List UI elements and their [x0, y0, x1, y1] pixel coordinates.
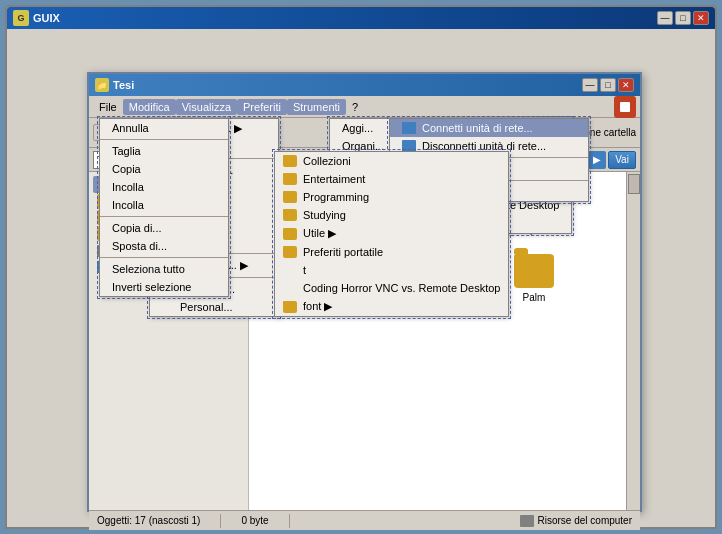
- file-label: Palm: [523, 292, 546, 304]
- modifica-inverti[interactable]: Inverti selezione: [100, 278, 228, 296]
- status-separator: [220, 514, 221, 528]
- explorer-close-button[interactable]: ✕: [618, 78, 634, 92]
- os-title-text: GUIX: [33, 12, 657, 24]
- folm-programming[interactable]: Programming: [275, 188, 508, 206]
- folder-icon: [283, 301, 297, 313]
- modifica-incolla[interactable]: Incolla: [100, 178, 228, 196]
- modifica-taglia[interactable]: Taglia: [100, 142, 228, 160]
- modifica-sposta-di[interactable]: Sposta di...: [100, 237, 228, 255]
- folm-preferiti-portatile[interactable]: Preferiti portatile: [275, 243, 508, 261]
- explorer-window-controls: — □ ✕: [582, 78, 634, 92]
- menu-help[interactable]: ?: [346, 99, 364, 115]
- folder-icon: [283, 228, 297, 240]
- folm-t[interactable]: t: [275, 261, 508, 279]
- menu-preferiti[interactable]: Preferiti: [237, 99, 287, 115]
- os-title-icon: G: [13, 10, 29, 26]
- modifica-incolla2[interactable]: Incolla: [100, 196, 228, 214]
- visualizza-personalizza[interactable]: Personal...: [150, 298, 278, 316]
- os-window-controls: — □ ✕: [657, 11, 709, 25]
- folm-entertaiment[interactable]: Entertaiment: [275, 170, 508, 188]
- menu-strumenti[interactable]: Strumenti: [287, 99, 346, 115]
- link-icon: [283, 282, 297, 294]
- modifica-copia[interactable]: Copia: [100, 160, 228, 178]
- address-go-area: ▶ Vai: [588, 151, 636, 169]
- explorer-title-icon: 📁: [95, 78, 109, 92]
- folm-utile[interactable]: Utile ▶: [275, 224, 508, 243]
- folder-icon-large: [514, 254, 554, 288]
- folder-icon: [283, 209, 297, 221]
- modifica-sep: [100, 139, 228, 140]
- explorer-title-text: Tesi: [113, 79, 582, 91]
- status-computer-label: Risorse del computer: [538, 515, 632, 526]
- strumenti-connetti[interactable]: Connetti unità di rete...: [390, 119, 588, 137]
- os-window: G GUIX — □ ✕ 📁 Tesi — □ ✕ File Modifica …: [5, 5, 717, 529]
- menu-file[interactable]: File: [93, 99, 123, 115]
- vertical-scrollbar[interactable]: [626, 172, 640, 510]
- go-button[interactable]: Vai: [608, 151, 636, 169]
- folm-studying[interactable]: Studying: [275, 206, 508, 224]
- explorer-window: 📁 Tesi — □ ✕ File Modifica Visualizza Pr…: [87, 72, 642, 512]
- explorer-titlebar: 📁 Tesi — □ ✕: [89, 74, 640, 96]
- menu-bar: File Modifica Visualizza Preferiti Strum…: [89, 96, 640, 118]
- folder-submenu: Collezioni Entertaiment Programming Stud…: [274, 151, 509, 317]
- file-item-palm[interactable]: Palm: [499, 250, 569, 308]
- folder-icon: [283, 173, 297, 185]
- folder-icon: [283, 246, 297, 258]
- folm-coding-horror[interactable]: Coding Horror VNC vs. Remote Desktop: [275, 279, 508, 297]
- modifica-copia-di[interactable]: Copia di...: [100, 219, 228, 237]
- menu-modifica[interactable]: Modifica: [123, 99, 176, 115]
- os-maximize-button[interactable]: □: [675, 11, 691, 25]
- status-objects: Oggetti: 17 (nascosti 1): [97, 515, 200, 526]
- os-titlebar: G GUIX — □ ✕: [7, 7, 715, 29]
- scrollbar-thumb[interactable]: [628, 174, 640, 194]
- link-icon: [283, 264, 297, 276]
- menu-visualizza[interactable]: Visualizza: [176, 99, 237, 115]
- folder-icon: [283, 191, 297, 203]
- status-right: Risorse del computer: [520, 515, 632, 527]
- os-close-button[interactable]: ✕: [693, 11, 709, 25]
- folm-collezioni[interactable]: Collezioni: [275, 152, 508, 170]
- status-bar: Oggetti: 17 (nascosti 1) 0 byte Risorse …: [89, 510, 640, 530]
- status-computer-icon: [520, 515, 534, 527]
- status-separator-2: [289, 514, 290, 528]
- folm-font[interactable]: font ▶: [275, 297, 508, 316]
- explorer-maximize-button[interactable]: □: [600, 78, 616, 92]
- explorer-minimize-button[interactable]: —: [582, 78, 598, 92]
- folder-icon: [283, 155, 297, 167]
- modifica-seleziona[interactable]: Seleziona tutto: [100, 260, 228, 278]
- modifica-menu: Annulla Taglia Copia Incolla Incolla Cop…: [99, 118, 229, 297]
- status-size: 0 byte: [241, 515, 268, 526]
- modifica-sep3: [100, 257, 228, 258]
- windows-flag-icon: [614, 96, 636, 118]
- os-minimize-button[interactable]: —: [657, 11, 673, 25]
- network-icon: [402, 122, 416, 134]
- modifica-annulla[interactable]: Annulla: [100, 119, 228, 137]
- go-arrow-button[interactable]: ▶: [588, 151, 606, 169]
- modifica-sep2: [100, 216, 228, 217]
